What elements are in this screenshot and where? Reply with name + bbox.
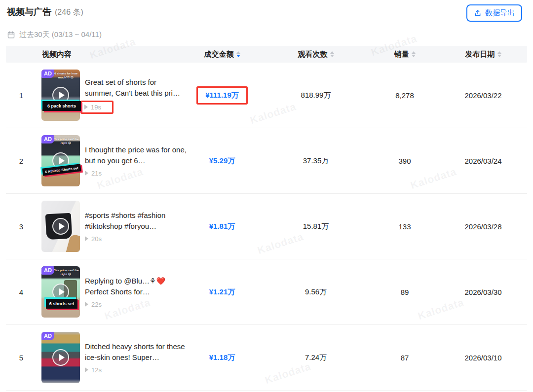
video-meta: Great set of shorts for summer, Can't be… bbox=[85, 77, 187, 114]
duration-row: 20s bbox=[85, 235, 102, 243]
video-title[interactable]: Ditched heavy shorts for these ice-skin … bbox=[85, 341, 187, 363]
publish-date: 2026/03/28 bbox=[439, 222, 527, 231]
transaction-amount: ¥1.21万 bbox=[183, 287, 262, 297]
date-range-label: 过去30天 (03/13 ~ 04/11) bbox=[19, 30, 102, 39]
item-count: (246 条) bbox=[55, 7, 83, 18]
sort-carets-icon[interactable] bbox=[236, 51, 240, 57]
thumbnail-caption: This price can't be right 😅 bbox=[53, 268, 79, 276]
play-icon bbox=[52, 218, 69, 235]
ad-badge: AD bbox=[41, 266, 54, 275]
sort-carets-icon[interactable] bbox=[497, 51, 501, 57]
video-duration: 19s bbox=[91, 104, 101, 111]
video-thumbnail[interactable] bbox=[41, 201, 80, 252]
th-label: 成交金额 bbox=[204, 50, 234, 59]
video-content-cell: #sports #shorts #fashion #tiktokshop #fo… bbox=[37, 201, 183, 252]
thumbnail-caption: This price can't be right 😅 bbox=[53, 137, 79, 145]
publish-date: 2026/03/10 bbox=[439, 354, 527, 362]
view-count: 7.24万 bbox=[262, 353, 370, 362]
video-content-cell: AD This price can't be right 😅 6 Athleti… bbox=[37, 135, 183, 186]
row-rank: 3 bbox=[6, 222, 37, 231]
tiktok-text-banner: 6 shorts set bbox=[46, 299, 77, 309]
duration-row: 12s bbox=[85, 366, 102, 374]
view-count: 15.81万 bbox=[262, 222, 370, 231]
video-duration: 12s bbox=[91, 366, 102, 374]
view-count: 9.56万 bbox=[262, 287, 370, 297]
transaction-amount: ¥111.19万 bbox=[205, 91, 239, 99]
row-rank: 5 bbox=[6, 354, 37, 362]
video-content-cell: AD 6 shorts for how much?? 😳 6 pack shor… bbox=[37, 70, 183, 121]
duration-row: 22s bbox=[85, 301, 102, 308]
publish-date: 2026/03/22 bbox=[439, 91, 527, 100]
duration-play-icon bbox=[85, 171, 88, 176]
sort-carets-icon[interactable] bbox=[330, 51, 334, 57]
video-meta: Ditched heavy shorts for these ice-skin … bbox=[85, 341, 187, 374]
view-count: 818.99万 bbox=[262, 91, 370, 100]
video-thumbnail[interactable]: AD This price can't be right 😅 6 shorts … bbox=[41, 266, 80, 318]
th-sales-volume[interactable]: 销量 bbox=[370, 50, 439, 59]
page-header: 视频与广告 (246 条) 数据导出 bbox=[0, 0, 533, 22]
th-label: 发布日期 bbox=[465, 50, 495, 59]
th-label: 销量 bbox=[394, 50, 409, 59]
th-label: 观看次数 bbox=[298, 50, 328, 59]
video-thumbnail[interactable]: AD This price can't be right 😅 6 Athleti… bbox=[41, 135, 80, 186]
video-title[interactable]: Great set of shorts for summer, Can't be… bbox=[85, 77, 187, 99]
red-highlight-box: 19s bbox=[80, 101, 114, 114]
view-count: 37.35万 bbox=[262, 156, 370, 166]
play-icon bbox=[52, 284, 69, 300]
th-publish-date[interactable]: 发布日期 bbox=[439, 50, 527, 59]
video-thumbnail[interactable]: AD bbox=[41, 332, 80, 383]
sales-volume: 8,278 bbox=[370, 91, 439, 100]
transaction-amount: ¥5.29万 bbox=[183, 156, 262, 166]
transaction-amount: ¥1.18万 bbox=[183, 353, 262, 362]
row-rank: 2 bbox=[6, 157, 37, 165]
table-row: 1 AD 6 shorts for how much?? 😳 6 pack sh… bbox=[6, 63, 527, 128]
ad-badge: AD bbox=[41, 135, 54, 143]
videos-table: 视频内容 成交金额 观看次数 销量 发布日期 1 AD 6 shorts for… bbox=[6, 46, 527, 391]
video-content-cell: AD Ditched heavy shorts for these ice-sk… bbox=[37, 332, 183, 383]
publish-date: 2026/03/30 bbox=[439, 288, 527, 296]
video-meta: #sports #shorts #fashion #tiktokshop #fo… bbox=[85, 210, 187, 243]
duration-play-icon bbox=[85, 367, 88, 372]
ad-badge: AD bbox=[41, 70, 54, 78]
sales-volume: 89 bbox=[370, 288, 439, 296]
table-header-row: 视频内容 成交金额 观看次数 销量 发布日期 bbox=[6, 46, 527, 63]
row-rank: 1 bbox=[6, 91, 37, 100]
red-highlight-box: ¥111.19万 bbox=[196, 86, 248, 105]
table-row: 5 AD Ditched heavy shorts for these ice-… bbox=[6, 325, 527, 391]
thumbnail-caption: 6 shorts for how much?? 😳 bbox=[53, 71, 79, 79]
th-view-count[interactable]: 观看次数 bbox=[262, 50, 370, 59]
sales-volume: 87 bbox=[370, 354, 439, 362]
video-duration: 20s bbox=[91, 235, 102, 243]
export-button-label: 数据导出 bbox=[485, 8, 515, 18]
video-thumbnail[interactable]: AD 6 shorts for how much?? 😳 6 pack shor… bbox=[41, 70, 80, 121]
row-rank: 4 bbox=[6, 288, 37, 296]
transaction-amount: ¥1.81万 bbox=[183, 222, 262, 231]
video-title[interactable]: Replying to @Blu…⚘❤️ Perfect Shorts for… bbox=[85, 276, 187, 297]
export-icon bbox=[474, 9, 482, 17]
play-icon bbox=[52, 349, 69, 366]
duration-play-icon bbox=[84, 105, 88, 109]
th-transaction-amount[interactable]: 成交金额 bbox=[183, 50, 262, 59]
video-content-cell: AD This price can't be right 😅 6 shorts … bbox=[37, 266, 183, 318]
table-row: 4 AD This price can't be right 😅 6 short… bbox=[6, 259, 527, 325]
amount-cell: ¥111.19万 bbox=[183, 86, 262, 105]
table-row: 2 AD This price can't be right 😅 6 Athle… bbox=[6, 128, 527, 194]
date-range-filter[interactable]: 过去30天 (03/13 ~ 04/11) bbox=[0, 22, 533, 46]
table-row: 3 #sports #shorts #fashion #tiktokshop #… bbox=[6, 194, 527, 259]
duration-play-icon bbox=[85, 302, 88, 307]
publish-date: 2026/03/24 bbox=[439, 157, 527, 165]
duration-play-icon bbox=[85, 236, 88, 241]
video-meta: Replying to @Blu…⚘❤️ Perfect Shorts for…… bbox=[85, 276, 187, 309]
video-duration: 21s bbox=[91, 170, 102, 177]
sales-volume: 133 bbox=[370, 222, 439, 231]
tiktok-text-banner: 6 pack shorts bbox=[42, 101, 81, 111]
video-title[interactable]: #sports #shorts #fashion #tiktokshop #fo… bbox=[85, 210, 187, 232]
calendar-icon bbox=[7, 31, 15, 39]
ad-badge: AD bbox=[41, 332, 54, 340]
data-export-button[interactable]: 数据导出 bbox=[466, 4, 522, 22]
duration-row: 21s bbox=[85, 170, 102, 177]
sort-carets-icon[interactable] bbox=[412, 51, 416, 57]
video-duration: 22s bbox=[91, 301, 102, 308]
video-title[interactable]: I thought the price was for one, but no … bbox=[85, 144, 187, 166]
video-meta: I thought the price was for one, but no … bbox=[85, 144, 187, 178]
